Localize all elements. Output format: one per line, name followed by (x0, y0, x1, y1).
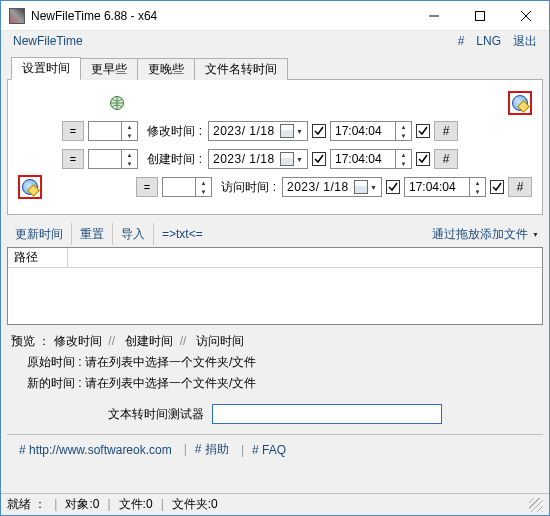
preview-original: 原始时间 : 请在列表中选择一个文件夹/文件 (7, 352, 543, 373)
file-list[interactable]: 路径 (7, 247, 543, 325)
check-date-modify[interactable] (312, 124, 326, 138)
offset-input-modify[interactable]: ▲▼ (88, 121, 138, 141)
close-button[interactable] (503, 1, 549, 31)
time-input-access[interactable]: 17:04:04▲▼ (404, 177, 486, 197)
minimize-button[interactable] (411, 1, 457, 31)
calendar-icon (354, 180, 368, 194)
tab-panel-set-time: = ▲▼ 修改时间 : 2023/ 1/18▼ 17:04:04▲▼ # = ▲… (7, 79, 543, 215)
hash-button-access[interactable]: # (508, 177, 532, 197)
window-title: NewFileTime 6.88 - x64 (31, 9, 411, 23)
tester-input[interactable] (212, 404, 442, 424)
tester-label: 文本转时间测试器 (108, 406, 204, 423)
preview-new: 新的时间 : 请在列表中选择一个文件夹/文件 (7, 373, 543, 394)
app-icon (9, 8, 25, 24)
label-create: 创建时间 : (142, 151, 202, 168)
app-window: NewFileTime 6.88 - x64 NewFileTime # LNG… (0, 0, 550, 516)
menu-lng[interactable]: LNG (470, 34, 507, 48)
date-input-access[interactable]: 2023/ 1/18▼ (282, 177, 382, 197)
status-folders: 文件夹:0 (161, 496, 226, 513)
export-txt-button[interactable]: =>txt<= (154, 223, 211, 245)
clock-icon (18, 175, 42, 199)
import-button[interactable]: 导入 (113, 223, 154, 245)
eq-button-create[interactable]: = (62, 149, 84, 169)
row-create-time: = ▲▼ 创建时间 : 2023/ 1/18▼ 17:04:04▲▼ # (18, 146, 532, 172)
eq-button-modify[interactable]: = (62, 121, 84, 141)
check-date-create[interactable] (312, 152, 326, 166)
date-input-create[interactable]: 2023/ 1/18▼ (208, 149, 308, 169)
label-access: 访问时间 : (216, 179, 276, 196)
check-time-modify[interactable] (416, 124, 430, 138)
check-date-access[interactable] (386, 180, 400, 194)
time-input-create[interactable]: 17:04:04▲▼ (330, 149, 412, 169)
row-access-time: = ▲▼ 访问时间 : 2023/ 1/18▼ 17:04:04▲▼ # (18, 174, 532, 200)
hash-button-create[interactable]: # (434, 149, 458, 169)
footer-links: # http://www.softwareok.com # 捐助 # FAQ (7, 437, 543, 462)
link-faq[interactable]: # FAQ (235, 443, 292, 457)
col-path[interactable]: 路径 (8, 248, 68, 267)
offset-input-access[interactable]: ▲▼ (162, 177, 212, 197)
resize-grip-icon[interactable] (529, 498, 543, 512)
calendar-icon (280, 124, 294, 138)
status-ready: 就绪 ： (7, 496, 54, 513)
menu-exit[interactable]: 退出 (507, 33, 543, 50)
maximize-button[interactable] (457, 1, 503, 31)
tab-earlier[interactable]: 更早些 (80, 58, 138, 80)
globe-button[interactable] (104, 93, 130, 113)
status-objects: 对象:0 (54, 496, 107, 513)
title-bar: NewFileTime 6.88 - x64 (1, 1, 549, 31)
link-website[interactable]: # http://www.softwareok.com (13, 443, 178, 457)
client-area: 设置时间 更早些 更晚些 文件名转时间 = ▲▼ (1, 51, 549, 493)
calendar-icon (280, 152, 294, 166)
dragdrop-hint[interactable]: 通过拖放添加文件▼ (432, 226, 543, 243)
update-time-button[interactable]: 更新时间 (7, 223, 72, 245)
status-bar: 就绪 ： 对象:0 文件:0 文件夹:0 (1, 493, 549, 515)
eq-button-access[interactable]: = (136, 177, 158, 197)
clock-icon (508, 91, 532, 115)
tab-later[interactable]: 更晚些 (137, 58, 195, 80)
text-to-time-tester: 文本转时间测试器 (7, 404, 543, 424)
svg-rect-0 (476, 11, 485, 20)
label-modify: 修改时间 : (142, 123, 202, 140)
check-time-create[interactable] (416, 152, 430, 166)
link-donate[interactable]: # 捐助 (178, 441, 235, 458)
tab-from-filename[interactable]: 文件名转时间 (194, 58, 288, 80)
menu-hash[interactable]: # (452, 34, 471, 48)
offset-input-create[interactable]: ▲▼ (88, 149, 138, 169)
status-files: 文件:0 (107, 496, 160, 513)
check-time-access[interactable] (490, 180, 504, 194)
date-input-modify[interactable]: 2023/ 1/18▼ (208, 121, 308, 141)
tab-strip: 设置时间 更早些 更晚些 文件名转时间 (11, 57, 543, 79)
time-input-modify[interactable]: 17:04:04▲▼ (330, 121, 412, 141)
row-modify-time: = ▲▼ 修改时间 : 2023/ 1/18▼ 17:04:04▲▼ # (18, 118, 532, 144)
menu-app[interactable]: NewFileTime (7, 34, 452, 48)
file-list-header: 路径 (8, 248, 542, 268)
tab-set-time[interactable]: 设置时间 (11, 57, 81, 80)
menu-bar: NewFileTime # LNG 退出 (1, 31, 549, 51)
preview-header: 预览 ： 修改时间 // 创建时间 // 访问时间 (7, 331, 543, 352)
action-toolbar: 更新时间 重置 导入 =>txt<= 通过拖放添加文件▼ (7, 221, 543, 247)
hash-button-modify[interactable]: # (434, 121, 458, 141)
reset-button[interactable]: 重置 (72, 223, 113, 245)
